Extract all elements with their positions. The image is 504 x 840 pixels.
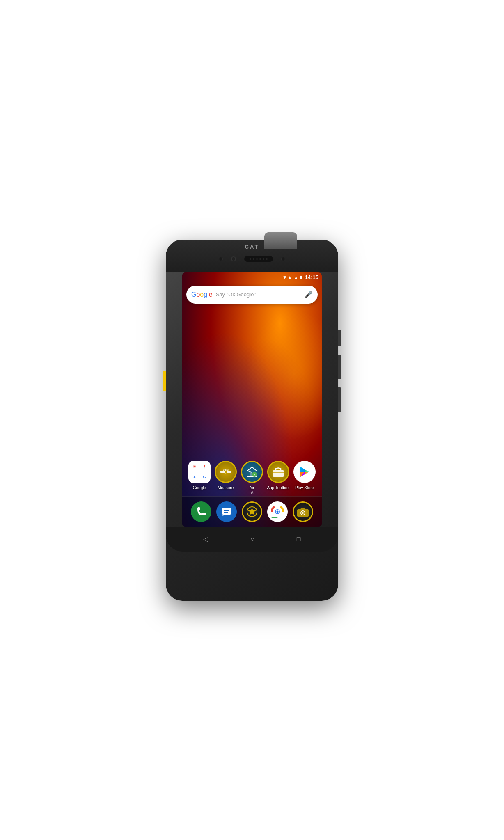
thermal-camera-module <box>264 232 297 249</box>
playstore-app-label: Play Store <box>295 485 314 490</box>
earpiece <box>244 256 273 262</box>
svg-point-2 <box>225 471 227 473</box>
google-icon: ✉ 📍 ▲ G <box>188 461 211 483</box>
google-logo: Google <box>191 291 213 298</box>
status-icons: ▼▲ ▲ ▮ <box>282 275 302 280</box>
phone-dock-icon <box>196 506 206 517</box>
gmail-icon: ✉ <box>190 462 199 471</box>
playstore-icon <box>293 461 316 483</box>
app-toolbox[interactable]: App Toolbox <box>267 461 289 490</box>
drive-icon: ▲ <box>190 472 199 481</box>
signal-icon: ▲ <box>294 275 298 280</box>
navigation-bar: ◁ ○ □ <box>166 527 338 552</box>
messages-dock-icon <box>221 506 232 517</box>
maps-icon: 📍 <box>200 462 209 471</box>
status-bar: ▼▲ ▲ ▮ 14:15 <box>182 272 322 282</box>
microphone-icon[interactable]: 🎤 <box>305 291 313 298</box>
chrome-dock-icon <box>271 506 284 518</box>
app-google[interactable]: ✉ 📍 ▲ G Google <box>188 461 211 490</box>
svg-rect-16 <box>222 508 231 515</box>
phone-body: CAT <box>166 240 338 601</box>
dock-chrome[interactable] <box>267 501 288 522</box>
svg-point-25 <box>277 510 279 513</box>
side-button-left[interactable] <box>163 371 166 391</box>
app-measure[interactable]: 0-8M Measure <box>215 461 237 490</box>
clock: 14:15 <box>305 274 318 280</box>
front-camera <box>231 256 236 261</box>
recents-button[interactable]: □ <box>293 532 304 546</box>
home-button[interactable]: ○ <box>247 532 258 546</box>
search-prompt: Say "Ok Google" <box>216 291 305 298</box>
svg-marker-12 <box>300 467 305 472</box>
measure-icon: 0-8M <box>215 461 237 483</box>
dock-messages[interactable] <box>216 501 237 522</box>
google-search-bar[interactable]: Google Say "Ok Google" 🎤 <box>186 286 318 304</box>
air-icon-svg: ✓ <box>245 465 259 478</box>
wallpaper: ▼▲ ▲ ▮ 14:15 Google Say "Ok Google" 🎤 ∧ <box>182 272 322 527</box>
cat-logo: CAT <box>245 244 259 250</box>
light-sensor <box>281 257 285 261</box>
measure-app-label: Measure <box>218 485 234 490</box>
svg-rect-7 <box>273 470 284 477</box>
toolbox-icon-svg <box>272 466 285 478</box>
dock <box>182 496 322 527</box>
air-icon: ✓ <box>241 461 263 483</box>
google-g-icon: G <box>200 472 209 481</box>
dock-badge-app[interactable] <box>242 501 262 522</box>
camera-dock-icon <box>297 507 309 517</box>
svg-marker-17 <box>222 515 225 516</box>
svg-marker-21 <box>248 508 256 515</box>
phone-wrapper: CAT <box>158 236 346 605</box>
wifi-icon: ▼▲ <box>282 275 292 280</box>
badge-dock-icon <box>246 506 258 517</box>
dock-phone[interactable] <box>191 501 211 522</box>
svg-marker-13 <box>305 469 309 472</box>
proximity-sensor <box>219 257 223 261</box>
air-app-label: Air <box>249 485 254 490</box>
google-app-label: Google <box>193 485 206 490</box>
battery-icon: ▮ <box>300 275 302 280</box>
svg-text:✓: ✓ <box>253 473 256 477</box>
measure-icon-svg: 0-8M <box>220 468 231 476</box>
svg-point-27 <box>302 512 304 514</box>
app-row: ✉ 📍 ▲ G Google 0-8M <box>182 461 322 490</box>
playstore-icon-svg <box>298 465 311 478</box>
app-playstore[interactable]: Play Store <box>293 461 316 490</box>
screen: ▼▲ ▲ ▮ 14:15 Google Say "Ok Google" 🎤 ∧ <box>182 272 322 527</box>
toolbox-app-label: App Toolbox <box>267 485 289 490</box>
volume-up-button[interactable] <box>338 355 341 379</box>
app-air[interactable]: ✓ Air <box>241 461 263 490</box>
dock-camera[interactable] <box>293 501 313 522</box>
power-button[interactable] <box>338 330 341 346</box>
volume-down-button[interactable] <box>338 387 341 412</box>
toolbox-icon <box>267 461 289 483</box>
back-button[interactable]: ◁ <box>200 532 211 546</box>
